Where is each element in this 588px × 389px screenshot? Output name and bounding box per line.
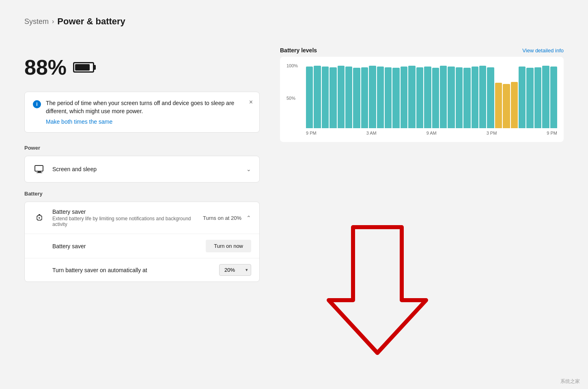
x-label-3am: 3 AM [366, 131, 377, 135]
chart-bar-14 [416, 67, 423, 128]
chart-bar-6 [353, 68, 360, 128]
chart-x-labels: 9 PM 3 AM 9 AM 3 PM 9 PM [306, 131, 557, 135]
view-detailed-info-link[interactable]: View detailed info [522, 47, 564, 54]
info-close-button[interactable]: × [249, 99, 253, 106]
chart-bar-8 [369, 66, 376, 128]
chart-bar-17 [440, 66, 447, 128]
x-label-9pm2: 9 PM [547, 131, 557, 135]
chart-y-labels: 100% 50% [286, 63, 304, 128]
battery-section-label: Battery [24, 191, 260, 197]
power-settings-card: Screen and sleep ⌄ [24, 156, 260, 183]
y-label-50: 50% [286, 96, 304, 101]
info-link[interactable]: Make both times the same [46, 118, 112, 125]
battery-display: 88% [24, 55, 260, 80]
battery-threshold-dropdown-wrapper: Never 10% 20% 30% 50% ▾ [219, 264, 251, 276]
battery-saver-chevron: ⌃ [246, 215, 251, 221]
battery-saver-toggle-row: Battery saver Turn on now [25, 234, 259, 258]
left-panel: 88% i The period of time when your scree… [24, 39, 260, 282]
x-label-3pm: 3 PM [487, 131, 497, 135]
chart-bar-0 [306, 67, 313, 128]
chart-bar-4 [338, 66, 345, 128]
chart-bar-22 [479, 66, 486, 128]
turn-on-now-button[interactable]: Turn on now [206, 240, 251, 252]
chart-bar-7 [361, 67, 368, 128]
chart-bar-23 [487, 67, 494, 128]
chart-bar-1 [314, 66, 321, 128]
power-section: Power Screen and sleep [24, 145, 260, 183]
info-icon: i [33, 100, 41, 108]
battery-threshold-select[interactable]: Never 10% 20% 30% 50% [219, 264, 251, 276]
chart-bar-30 [542, 66, 549, 128]
chart-bar-20 [463, 68, 470, 128]
chart-area: 100% 50% [286, 63, 557, 128]
chart-bar-25 [503, 84, 510, 128]
chart-bar-3 [330, 67, 336, 128]
right-panel: Battery levels View detailed info 100% 5… [280, 39, 564, 282]
chart-bar-18 [448, 67, 454, 128]
chart-bar-9 [377, 67, 384, 128]
svg-rect-2 [37, 172, 42, 173]
breadcrumb: System › Power & battery [24, 16, 564, 27]
chart-bar-31 [550, 67, 557, 128]
chart-bar-13 [408, 66, 415, 128]
chart-bar-12 [401, 67, 407, 128]
svg-rect-1 [38, 171, 41, 172]
battery-saver-auto-row: Turn battery saver on automatically at N… [25, 258, 259, 282]
battery-saver-subtitle: Extend battery life by limiting some not… [52, 216, 203, 227]
breadcrumb-system[interactable]: System [24, 17, 49, 26]
screen-sleep-row[interactable]: Screen and sleep ⌄ [25, 156, 259, 182]
x-label-9am: 9 AM [426, 131, 437, 135]
battery-saver-title: Battery saver [52, 208, 203, 215]
chart-bar-21 [472, 67, 478, 128]
battery-percentage: 88% [24, 55, 67, 80]
chart-bar-15 [424, 67, 431, 128]
screen-sleep-right: ⌄ [246, 166, 251, 172]
chart-bars [306, 63, 557, 128]
watermark: 系统之家 [560, 378, 580, 385]
chart-title: Battery levels [280, 47, 317, 54]
screen-sleep-title: Screen and sleep [52, 166, 246, 172]
chart-bar-11 [392, 68, 399, 128]
battery-saver-status: Turns on at 20% [203, 215, 241, 221]
chart-bar-29 [534, 67, 541, 128]
power-section-label: Power [24, 145, 260, 151]
chart-bar-5 [345, 67, 352, 128]
chart-bar-10 [385, 67, 392, 128]
chart-header: Battery levels View detailed info [280, 47, 564, 54]
chart-bar-26 [511, 82, 518, 128]
chart-bar-24 [495, 83, 502, 128]
battery-saver-auto-label: Turn battery saver on automatically at [52, 267, 219, 273]
battery-section: Battery Battery saver [24, 191, 260, 282]
chart-section: Battery levels View detailed info 100% 5… [280, 47, 564, 142]
chart-bar-27 [519, 67, 526, 128]
battery-icon [73, 62, 94, 73]
settings-page: System › Power & battery 88% i The perio… [0, 0, 588, 389]
breadcrumb-current: Power & battery [57, 16, 125, 27]
battery-saver-icon [33, 211, 46, 224]
y-label-100: 100% [286, 63, 304, 68]
battery-saver-header[interactable]: Battery saver Extend battery life by lim… [25, 202, 259, 234]
battery-saver-card: Battery saver Extend battery life by lim… [24, 202, 260, 282]
battery-saver-toggle-label: Battery saver [52, 243, 206, 249]
battery-saver-text: Battery saver Extend battery life by lim… [52, 208, 203, 227]
breadcrumb-separator: › [52, 18, 54, 25]
screen-sleep-chevron: ⌄ [246, 166, 251, 172]
chart-container: 100% 50% 9 PM 3 AM 9 AM 3 PM 9 PM [280, 57, 564, 142]
x-label-9pm: 9 PM [306, 131, 317, 135]
screen-sleep-text: Screen and sleep [52, 166, 246, 172]
battery-saver-right: Turns on at 20% ⌃ [203, 215, 251, 221]
chart-bar-2 [322, 67, 329, 128]
svg-rect-0 [35, 165, 43, 171]
screen-sleep-icon [33, 163, 46, 176]
chart-bar-28 [526, 68, 533, 128]
info-text: The period of time when your screen turn… [46, 99, 251, 125]
chart-bar-19 [456, 67, 463, 128]
chart-bar-16 [432, 68, 439, 128]
info-message: The period of time when your screen turn… [46, 99, 251, 115]
info-banner: i The period of time when your screen tu… [24, 92, 260, 133]
